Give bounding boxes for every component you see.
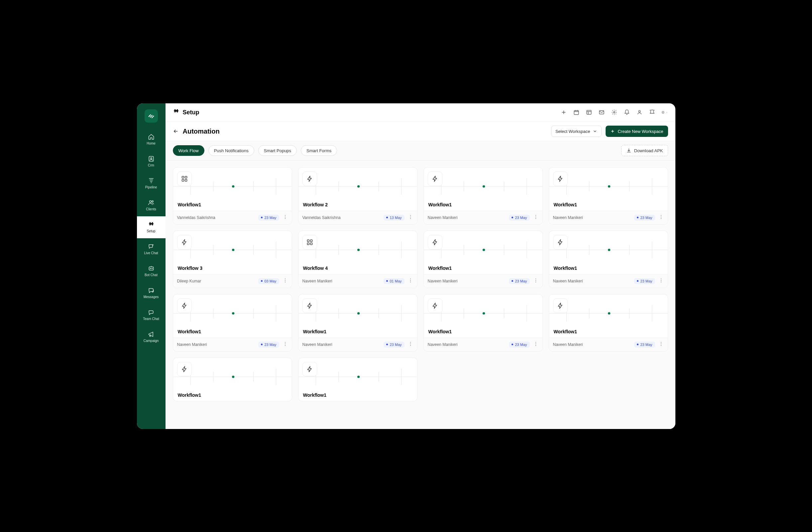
sidebar-item-clients[interactable]: Clients — [137, 194, 165, 216]
plus-icon[interactable] — [561, 109, 567, 116]
back-button[interactable] — [173, 128, 179, 134]
card-title: Workflow1 — [424, 202, 542, 211]
card-footer: Naveen Manikeri23 May — [549, 211, 668, 224]
sidebar-item-livechat[interactable]: Live Chat — [137, 238, 165, 260]
card-menu-button[interactable] — [408, 278, 413, 284]
card-preview — [173, 358, 292, 393]
workflow-card[interactable]: Workflow1 — [173, 357, 292, 401]
select-workspace[interactable]: Select Workspace — [551, 125, 602, 137]
card-author: Naveen Manikeri — [553, 215, 583, 220]
bell-ring-icon[interactable] — [649, 109, 655, 116]
sidebar-item-botchat[interactable]: Bot Chat — [137, 260, 165, 282]
workflow-card[interactable]: Workflow1Vanneldas Saikrishna23 May — [173, 167, 292, 225]
tab-push-notifications[interactable]: Push Notifications — [208, 145, 254, 156]
card-menu-button[interactable] — [533, 214, 538, 221]
date-badge: 23 May — [509, 278, 530, 284]
tab-smart-popups[interactable]: Smart Popups — [258, 145, 297, 156]
card-author: Naveen Manikeri — [428, 215, 458, 220]
bell-icon[interactable] — [624, 109, 630, 116]
bolt-icon — [553, 235, 568, 250]
workflow-card[interactable]: Workflow 2Vanneldas Saikrishna13 May — [298, 167, 418, 225]
grid-icon — [177, 172, 192, 186]
svg-point-1 — [150, 158, 151, 159]
users-icon[interactable] — [636, 109, 643, 116]
card-title: Workflow1 — [173, 393, 292, 401]
calendar-icon[interactable] — [573, 109, 580, 116]
topbar-actions — [561, 109, 668, 116]
sidebar-label: Live Chat — [144, 251, 158, 255]
date-badge: 23 May — [509, 215, 530, 221]
card-menu-button[interactable] — [408, 214, 413, 221]
workflow-card[interactable]: Workflow1Naveen Manikeri23 May — [173, 294, 292, 352]
button-label: Download APK — [634, 148, 663, 153]
sidebar-item-crm[interactable]: Crm — [137, 150, 165, 173]
svg-point-3 — [152, 201, 153, 202]
topbar: Setup — [165, 103, 676, 122]
card-menu-button[interactable] — [658, 341, 664, 348]
bolt-icon — [428, 172, 443, 186]
sidebar-label: Setup — [147, 229, 155, 233]
card-menu-button[interactable] — [408, 341, 413, 348]
sidebar-label: Crm — [148, 163, 154, 167]
tab-workflow[interactable]: Work Flow — [173, 145, 204, 156]
sidebar-label: Campaign — [144, 339, 159, 343]
sidebar-item-home[interactable]: Home — [137, 129, 165, 150]
card-title: Workflow1 — [424, 266, 542, 274]
workflow-card[interactable]: Workflow 4Naveen Manikeri01 May — [298, 231, 418, 288]
grid-icon — [303, 235, 317, 250]
main: Setup Automa — [165, 103, 676, 429]
sidebar-item-setup[interactable]: Setup — [137, 216, 165, 238]
tabs: Work Flow Push Notifications Smart Popup… — [173, 145, 337, 156]
card-footer: Naveen Manikeri23 May — [173, 338, 292, 351]
avatar[interactable] — [662, 109, 668, 116]
download-apk-button[interactable]: Download APK — [621, 145, 668, 156]
card-menu-button[interactable] — [658, 214, 664, 221]
workflow-card[interactable]: Workflow1Naveen Manikeri23 May — [423, 167, 543, 225]
gear-icon[interactable] — [611, 109, 618, 116]
card-preview — [549, 294, 668, 329]
workflow-card[interactable]: Workflow1Naveen Manikeri23 May — [423, 294, 543, 352]
app-logo[interactable] — [145, 109, 158, 123]
workflow-card[interactable]: Workflow 3Dileep Kumar03 May — [173, 231, 292, 288]
bolt-icon — [553, 172, 568, 186]
workflow-card[interactable]: Workflow1Naveen Manikeri23 May — [298, 294, 418, 352]
workflow-grid: Workflow1Vanneldas Saikrishna23 MayWorkf… — [173, 167, 668, 401]
sidebar-item-pipeline[interactable]: Pipeline — [137, 173, 165, 194]
topbar-left: Setup — [173, 108, 200, 117]
card-menu-button[interactable] — [282, 214, 288, 221]
card-preview — [173, 231, 292, 266]
workflow-card[interactable]: Workflow1Naveen Manikeri23 May — [549, 167, 668, 225]
mail-icon[interactable] — [598, 109, 605, 116]
date-badge: 23 May — [258, 342, 279, 348]
date-badge: 23 May — [634, 278, 655, 284]
workflow-card[interactable]: Workflow1Naveen Manikeri23 May — [423, 231, 543, 288]
date-badge: 13 May — [383, 215, 404, 221]
card-preview — [173, 294, 292, 329]
sidebar-label: Clients — [146, 207, 156, 211]
card-author: Naveen Manikeri — [303, 279, 332, 283]
bolt-icon — [303, 362, 317, 376]
date-badge: 23 May — [509, 342, 530, 348]
workflow-card[interactable]: Workflow1Naveen Manikeri23 May — [549, 294, 668, 352]
layout-icon[interactable] — [586, 109, 592, 116]
create-workspace-button[interactable]: Create New Workspace — [606, 125, 668, 137]
sidebar-item-messages[interactable]: Messages — [137, 282, 165, 304]
sidebar-item-campaign[interactable]: Campaign — [137, 326, 165, 348]
bolt-icon — [303, 298, 317, 313]
card-menu-button[interactable] — [282, 341, 288, 348]
sidebar-item-teamchat[interactable]: Team Chat — [137, 304, 165, 326]
card-author: Dileep Kumar — [177, 279, 201, 283]
workflow-card[interactable]: Workflow1 — [298, 357, 418, 401]
card-author: Vanneldas Saikrishna — [303, 215, 341, 220]
date-badge: 23 May — [383, 342, 404, 348]
card-menu-button[interactable] — [533, 341, 538, 348]
tab-smart-forms[interactable]: Smart Forms — [301, 145, 337, 156]
card-menu-button[interactable] — [533, 278, 538, 284]
card-menu-button[interactable] — [282, 278, 288, 284]
svg-point-4 — [152, 244, 153, 245]
workflow-card[interactable]: Workflow1Naveen Manikeri23 May — [549, 231, 668, 288]
card-preview — [424, 167, 542, 202]
card-menu-button[interactable] — [658, 278, 664, 284]
card-footer: Naveen Manikeri23 May — [549, 338, 668, 351]
card-title: Workflow1 — [424, 329, 542, 338]
